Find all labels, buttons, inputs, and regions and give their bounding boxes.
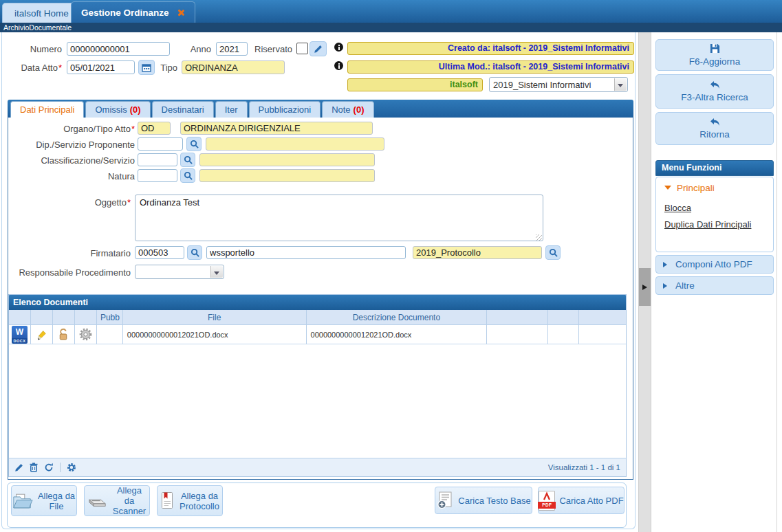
word-docx-icon[interactable]: W DOCX: [12, 326, 28, 344]
edit-document-cell[interactable]: [31, 325, 53, 344]
section-componi-atto-pdf[interactable]: Componi Atto PDF: [655, 255, 774, 274]
lock-document-cell[interactable]: [53, 325, 75, 344]
f3-altra-ricerca-button[interactable]: F3-Altra Ricerca: [655, 74, 774, 109]
tab-note[interactable]: Note(0): [322, 101, 373, 118]
application-window: italsoft Home Gestione Ordinanze Archivi…: [0, 0, 782, 532]
padlock-open-icon[interactable]: [57, 328, 69, 341]
menu-link-blocca[interactable]: Blocca: [664, 203, 763, 213]
firmatario-code-input[interactable]: [135, 246, 184, 259]
edit-icon[interactable]: [14, 463, 23, 472]
numero-label: Numero: [7, 44, 62, 54]
refresh-icon[interactable]: [44, 463, 54, 472]
tab-gestione-ordinanze[interactable]: Gestione Ordinanze: [71, 1, 195, 23]
detail-tabs: Dati Principali Omissis(0) Destinatari I…: [8, 100, 633, 118]
natura-search-button[interactable]: [180, 168, 195, 183]
column-header[interactable]: [9, 310, 31, 325]
document-settings-cell[interactable]: [75, 325, 97, 344]
classificazione-search-button[interactable]: [180, 153, 195, 167]
natura-code-input[interactable]: [138, 169, 177, 182]
column-header-descrizione[interactable]: Descrizione Documento: [307, 310, 488, 325]
column-header[interactable]: [53, 310, 75, 325]
column-header[interactable]: [487, 310, 548, 325]
empty-cell: [487, 325, 548, 344]
splitter-handle[interactable]: [639, 268, 651, 306]
pdf-icon: PDF: [539, 491, 555, 511]
firmatario-ente-input[interactable]: [413, 246, 542, 259]
tab-dati-principali[interactable]: Dati Principali: [10, 101, 84, 118]
allega-da-file-button[interactable]: Allega da File: [11, 485, 77, 516]
menu-funzioni-header: Menu Funzioni: [655, 160, 774, 176]
search-icon: [549, 248, 558, 257]
calendar-button[interactable]: [138, 60, 155, 75]
resize-grip-icon[interactable]: [536, 234, 542, 241]
info-icon[interactable]: [334, 43, 343, 52]
section-principali-toggle[interactable]: Principali: [656, 177, 773, 193]
allega-da-protocollo-button[interactable]: Allega da Protocollo: [157, 485, 223, 516]
close-icon[interactable]: [177, 9, 185, 16]
tipo-label: Tipo: [155, 63, 177, 73]
column-header[interactable]: [579, 310, 626, 325]
dip-servizio-search-button[interactable]: [186, 137, 202, 151]
sidebar-right-edge: [776, 32, 777, 532]
column-header[interactable]: [75, 310, 97, 325]
grid-toolbar: Visualizzati 1 - 1 di 1: [9, 458, 626, 476]
table-row[interactable]: W DOCX: [9, 325, 626, 344]
ritorna-button[interactable]: Ritorna: [655, 112, 774, 145]
column-header[interactable]: [31, 310, 53, 325]
carica-testo-base-button[interactable]: Carica Testo Base: [435, 487, 532, 514]
tipo-input[interactable]: [182, 60, 285, 74]
chevron-down-icon: [614, 78, 627, 91]
tab-omissis[interactable]: Omissis(0): [85, 101, 150, 118]
save-icon: [710, 43, 720, 54]
firmatario-search-button[interactable]: [187, 245, 202, 260]
firmatario-nome-input[interactable]: [206, 246, 406, 259]
responsabile-select[interactable]: [135, 265, 224, 279]
info-icon[interactable]: [334, 61, 343, 70]
column-header-pubb[interactable]: Pubb: [97, 310, 123, 325]
tab-destinatari[interactable]: Destinatari: [152, 101, 214, 118]
delete-icon[interactable]: [30, 463, 38, 472]
empty-cell: [548, 325, 579, 344]
settings-icon[interactable]: [67, 463, 76, 472]
triangle-down-icon: [664, 186, 671, 193]
dip-servizio-code-input[interactable]: [138, 137, 183, 151]
undo-arrow-icon: [709, 80, 720, 89]
riservato-checkbox[interactable]: [296, 43, 308, 54]
tab-label: italsoft Home: [14, 8, 69, 19]
firmatario-ente-search-button[interactable]: [545, 245, 561, 260]
organo-desc-input[interactable]: [180, 122, 373, 135]
tab-pubblicazioni[interactable]: Pubblicazioni: [249, 101, 321, 118]
riservato-label: Riservato: [248, 44, 292, 54]
anno-input[interactable]: [216, 42, 248, 56]
section-altre[interactable]: Altre: [655, 276, 774, 295]
ente-select[interactable]: 2019_Sistemi Informativi: [489, 77, 628, 92]
natura-label: Natura: [21, 171, 135, 181]
document-file-cell[interactable]: W DOCX: [9, 325, 31, 344]
panel-splitter[interactable]: [638, 32, 651, 532]
oggetto-textarea[interactable]: Ordinanza Test: [135, 195, 543, 241]
tab-italsoft-home[interactable]: italsoft Home: [2, 3, 81, 23]
carica-atto-pdf-button[interactable]: PDF Carica Atto PDF: [538, 487, 624, 514]
classificazione-code-input[interactable]: [138, 153, 177, 166]
menu-link-duplica-dati-principali[interactable]: Duplica Dati Principali: [664, 219, 763, 230]
search-icon: [184, 155, 193, 164]
natura-desc-input[interactable]: [199, 169, 375, 182]
numero-input[interactable]: [67, 42, 170, 56]
column-header[interactable]: [548, 310, 579, 325]
data-atto-input[interactable]: [67, 60, 135, 74]
edit-button[interactable]: [309, 41, 327, 56]
firmatario-label: Firmatario: [69, 248, 131, 258]
organo-code-input[interactable]: [138, 122, 171, 135]
f6-aggiorna-button[interactable]: F6-Aggiorna: [655, 39, 774, 71]
highlighter-icon[interactable]: [35, 329, 47, 341]
pencil-icon: [314, 45, 323, 54]
dip-servizio-desc-input[interactable]: [206, 137, 384, 151]
gear-icon[interactable]: [79, 328, 92, 341]
tab-iter[interactable]: Iter: [215, 101, 248, 118]
document-plus-icon: [436, 491, 454, 509]
document-bookmark-icon: [160, 491, 175, 510]
allega-da-scanner-button[interactable]: Allega da Scanner: [84, 485, 150, 516]
classificazione-desc-input[interactable]: [199, 153, 375, 166]
column-header-file[interactable]: File: [123, 310, 307, 325]
scanner-icon: [87, 494, 107, 509]
